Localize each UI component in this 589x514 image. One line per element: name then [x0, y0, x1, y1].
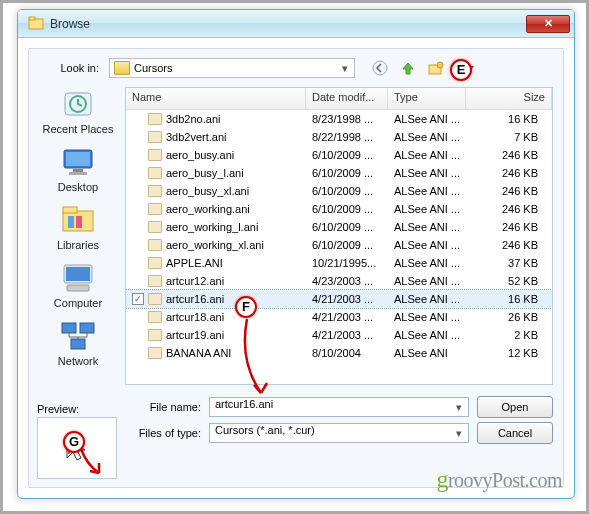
filetype-label: Files of type:	[117, 427, 201, 439]
file-row[interactable]: aero_working_l.ani6/10/2009 ...ALSee ANI…	[126, 218, 552, 236]
file-size: 52 KB	[466, 275, 552, 287]
sidebar-item-desktop[interactable]: Desktop	[37, 145, 119, 193]
lookin-label: Look in:	[39, 62, 103, 74]
file-size: 16 KB	[466, 293, 552, 305]
svg-point-4	[437, 62, 443, 68]
folder-icon	[114, 61, 130, 75]
file-type: ALSee ANI ...	[388, 221, 466, 233]
col-name[interactable]: Name	[126, 88, 306, 109]
file-icon	[148, 167, 162, 179]
svg-rect-14	[69, 172, 87, 175]
file-icon	[148, 149, 162, 161]
svg-rect-18	[76, 216, 82, 228]
places-bar: Recent Places Desktop Libraries Computer…	[37, 87, 119, 347]
chevron-down-icon: ▾	[452, 400, 466, 414]
window-title: Browse	[50, 17, 526, 31]
file-date: 8/22/1998 ...	[306, 131, 388, 143]
file-size: 246 KB	[466, 221, 552, 233]
open-button[interactable]: Open	[477, 396, 553, 418]
file-name: aero_busy.ani	[166, 149, 234, 161]
cancel-button[interactable]: Cancel	[477, 422, 553, 444]
svg-rect-12	[66, 152, 90, 166]
file-row[interactable]: artcur18.ani4/21/2003 ...ALSee ANI ...26…	[126, 308, 552, 326]
callout-f: F	[235, 296, 257, 318]
svg-rect-1	[29, 17, 35, 20]
file-size: 246 KB	[466, 149, 552, 161]
col-type[interactable]: Type	[388, 88, 466, 109]
file-date: 8/23/1998 ...	[306, 113, 388, 125]
file-list[interactable]: Name Date modif... Type Size 3db2no.ani8…	[125, 87, 553, 385]
file-row[interactable]: aero_busy.ani6/10/2009 ...ALSee ANI ...2…	[126, 146, 552, 164]
sidebar-item-network[interactable]: Network	[37, 319, 119, 367]
svg-rect-22	[62, 323, 76, 333]
file-type: ALSee ANI ...	[388, 329, 466, 341]
file-row[interactable]: artcur19.ani4/21/2003 ...ALSee ANI ...2 …	[126, 326, 552, 344]
file-row[interactable]: aero_busy_l.ani6/10/2009 ...ALSee ANI ..…	[126, 164, 552, 182]
file-icon	[148, 221, 162, 233]
filename-input[interactable]: artcur16.ani ▾	[209, 397, 469, 417]
file-date: 4/21/2003 ...	[306, 329, 388, 341]
file-row[interactable]: aero_working.ani6/10/2009 ...ALSee ANI .…	[126, 200, 552, 218]
file-name: artcur16.ani	[166, 293, 224, 305]
file-icon	[148, 329, 162, 341]
file-type: ALSee ANI ...	[388, 185, 466, 197]
app-icon	[28, 16, 44, 32]
file-name: aero_busy_xl.ani	[166, 185, 249, 197]
titlebar[interactable]: Browse ✕	[18, 10, 574, 38]
sidebar-item-libraries[interactable]: Libraries	[37, 203, 119, 251]
file-name: artcur12.ani	[166, 275, 224, 287]
col-date[interactable]: Date modif...	[306, 88, 388, 109]
new-folder-button[interactable]	[425, 58, 447, 78]
col-size[interactable]: Size	[466, 88, 552, 109]
file-date: 6/10/2009 ...	[306, 167, 388, 179]
file-size: 26 KB	[466, 311, 552, 323]
file-icon	[148, 275, 162, 287]
filetype-combo[interactable]: Cursors (*.ani, *.cur) ▾	[209, 423, 469, 443]
file-name: 3db2no.ani	[166, 113, 220, 125]
up-button[interactable]	[397, 58, 419, 78]
file-row[interactable]: aero_busy_xl.ani6/10/2009 ...ALSee ANI .…	[126, 182, 552, 200]
sidebar-item-recent[interactable]: Recent Places	[37, 87, 119, 135]
file-row[interactable]: aero_working_xl.ani6/10/2009 ...ALSee AN…	[126, 236, 552, 254]
file-date: 6/10/2009 ...	[306, 149, 388, 161]
callout-g: G	[63, 431, 85, 453]
file-size: 7 KB	[466, 131, 552, 143]
file-icon	[148, 203, 162, 215]
file-type: ALSee ANI ...	[388, 167, 466, 179]
file-type: ALSee ANI ...	[388, 239, 466, 251]
file-icon	[148, 185, 162, 197]
svg-rect-21	[67, 285, 89, 291]
file-date: 4/21/2003 ...	[306, 311, 388, 323]
file-row[interactable]: BANANA ANI8/10/2004ALSee ANI12 KB	[126, 344, 552, 362]
file-name: aero_working_xl.ani	[166, 239, 264, 251]
file-size: 246 KB	[466, 167, 552, 179]
file-name: BANANA ANI	[166, 347, 231, 359]
file-icon	[148, 293, 162, 305]
back-button[interactable]	[369, 58, 391, 78]
file-row[interactable]: ✓artcur16.ani4/21/2003 ...ALSee ANI ...1…	[126, 290, 552, 308]
file-date: 10/21/1995...	[306, 257, 388, 269]
file-name: artcur19.ani	[166, 329, 224, 341]
file-icon	[148, 257, 162, 269]
file-date: 6/10/2009 ...	[306, 203, 388, 215]
svg-rect-13	[73, 169, 83, 172]
column-headers[interactable]: Name Date modif... Type Size	[126, 88, 552, 110]
file-row[interactable]: APPLE.ANI10/21/1995...ALSee ANI ...37 KB	[126, 254, 552, 272]
file-name: aero_working_l.ani	[166, 221, 258, 233]
file-type: ALSee ANI ...	[388, 113, 466, 125]
file-icon	[148, 239, 162, 251]
sidebar-item-computer[interactable]: Computer	[37, 261, 119, 309]
close-button[interactable]: ✕	[526, 15, 570, 33]
lookin-combo[interactable]: Cursors ▾	[109, 58, 355, 78]
file-name: artcur18.ani	[166, 311, 224, 323]
file-row[interactable]: 3db2no.ani8/23/1998 ...ALSee ANI ...16 K…	[126, 110, 552, 128]
file-size: 12 KB	[466, 347, 552, 359]
file-size: 16 KB	[466, 113, 552, 125]
file-row[interactable]: artcur12.ani4/23/2003 ...ALSee ANI ...52…	[126, 272, 552, 290]
svg-rect-24	[71, 339, 85, 349]
browse-dialog: Browse ✕ Look in: Cursors ▾ Recent Place…	[17, 9, 575, 499]
checkbox-icon[interactable]: ✓	[132, 293, 144, 305]
filename-label: File name:	[117, 401, 201, 413]
file-row[interactable]: 3db2vert.ani8/22/1998 ...ALSee ANI ...7 …	[126, 128, 552, 146]
file-icon	[148, 347, 162, 359]
